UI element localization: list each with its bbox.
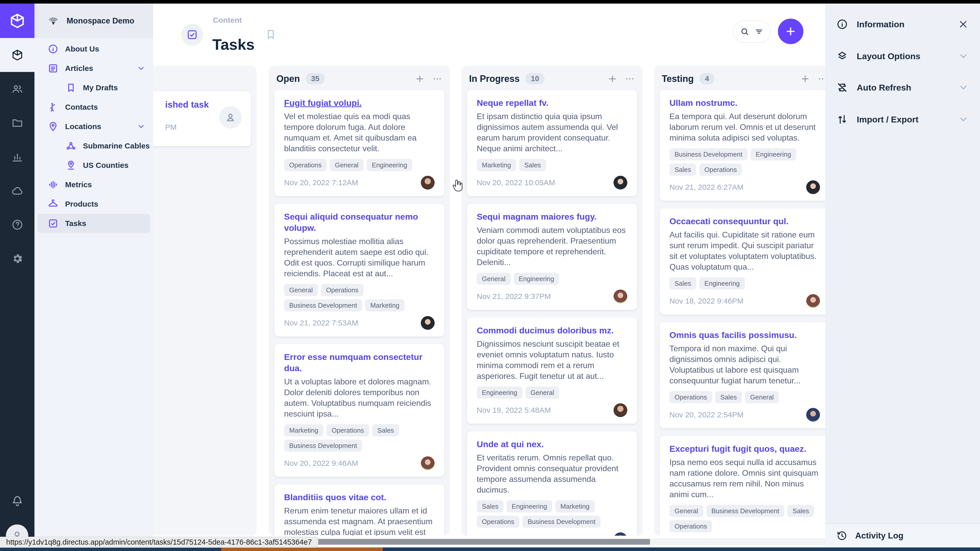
sidebar-section-information[interactable]: Information <box>825 11 980 37</box>
task-title-link[interactable]: Occaecati consequuntur qul. <box>670 216 820 227</box>
task-title-link[interactable]: Fugit fugiat volupi. <box>284 97 434 108</box>
sidebar-item-us-counties[interactable]: US Counties <box>35 156 153 175</box>
sidebar-section-auto-refresh[interactable]: Auto Refresh <box>825 75 980 100</box>
sidebar-item-locations[interactable]: Locations <box>35 117 153 136</box>
task-card[interactable]: Commodi ducimus doloribus mz. Dignissimo… <box>467 318 637 424</box>
task-description: Rerum enim tenetur maiores ullam et id a… <box>284 505 434 536</box>
sidebar-item-my-drafts[interactable]: My Drafts <box>35 78 153 97</box>
task-card[interactable]: ished task PM <box>153 91 251 146</box>
tag: Operations <box>284 159 327 171</box>
task-description: Aut facilis qui. Cupiditate sit ratione … <box>670 229 820 272</box>
pin-drop-icon <box>65 160 76 171</box>
task-card[interactable]: Ullam nostrumc. Ea tempora qui. Aut dese… <box>660 90 825 201</box>
task-card[interactable]: Sequi magnam maiores fugy. Veniam commod… <box>467 204 637 310</box>
sidebar-section-layout-options[interactable]: Layout Options <box>825 43 980 69</box>
task-card[interactable]: Excepturi fugit fugit quos, quaez. Ipsa … <box>660 436 825 536</box>
avatar[interactable] <box>421 316 434 330</box>
module-help[interactable] <box>0 208 35 241</box>
avatar[interactable] <box>421 456 434 470</box>
task-description: Veniam commodi autem voluptatibus eos do… <box>477 225 627 268</box>
tag: Sales <box>788 505 814 517</box>
tag: General <box>330 159 364 171</box>
avatar[interactable] <box>614 532 627 536</box>
module-content[interactable] <box>0 38 35 72</box>
sidebar-section-import-export[interactable]: Import / Export <box>825 106 980 132</box>
chevron-down-icon[interactable] <box>958 51 969 62</box>
sidebar-item-products[interactable]: Products <box>35 194 153 214</box>
chevron-down-icon[interactable] <box>137 122 145 131</box>
tag: Sales <box>372 424 399 437</box>
task-title-link[interactable]: Error esse numquam consectetur dua. <box>284 351 434 374</box>
task-date: Nov 21, 2022 7:53AM <box>284 319 358 327</box>
sidebar-item-articles[interactable]: Articles <box>35 59 153 78</box>
tag: Sales <box>670 277 696 289</box>
project-logo-button[interactable] <box>0 3 35 38</box>
module-users[interactable] <box>0 72 35 106</box>
task-card[interactable]: Neque repellat fv. Et ipsam distinctio q… <box>467 90 637 196</box>
add-card-button[interactable] <box>415 74 425 84</box>
avatar[interactable] <box>806 180 820 194</box>
chevron-down-icon[interactable] <box>137 64 145 73</box>
task-title-link[interactable]: Commodi ducimus doloribus mz. <box>477 325 627 336</box>
tag: General <box>477 273 511 285</box>
search-icon[interactable] <box>740 27 749 37</box>
module-insights[interactable] <box>0 140 35 174</box>
activity-log-label: Activity Log <box>855 531 904 540</box>
tag-list: Operations General Engineering <box>284 159 434 171</box>
search-filter-pill[interactable] <box>733 21 771 43</box>
add-card-button[interactable] <box>800 74 810 84</box>
task-title-link[interactable]: Unde at qui nex. <box>477 438 627 450</box>
avatar[interactable] <box>806 408 820 422</box>
task-title-link[interactable]: Excepturi fugit fugit quos, quaez. <box>670 443 820 454</box>
tag-list: Sales Engineering <box>670 277 820 289</box>
task-card[interactable]: Unde at qui nex. Et veritatis rerum. Omn… <box>467 431 637 536</box>
task-title-link[interactable]: Omnis quas facilis possimusu. <box>670 329 820 341</box>
notifications-button[interactable] <box>0 484 35 518</box>
avatar[interactable] <box>614 289 627 303</box>
task-description: Ut a voluptas labore et dolores magnam. … <box>284 376 434 419</box>
avatar[interactable] <box>614 176 627 189</box>
collection-icon-badge[interactable] <box>181 24 203 46</box>
task-title-link[interactable]: Neque repellat fv. <box>477 97 627 108</box>
module-settings[interactable] <box>0 241 35 275</box>
add-item-button[interactable] <box>778 19 803 44</box>
task-title-link[interactable]: ished task <box>165 99 209 110</box>
module-files[interactable] <box>0 106 35 140</box>
chevron-down-icon[interactable] <box>958 114 969 125</box>
avatar[interactable] <box>614 403 627 417</box>
module-cloud[interactable] <box>0 174 35 208</box>
sidebar-item-about-us[interactable]: About Us <box>35 39 153 59</box>
task-card[interactable]: Omnis quas facilis possimusu. Tempora id… <box>660 322 825 428</box>
close-icon[interactable] <box>958 19 969 30</box>
avatar[interactable] <box>421 176 434 189</box>
horizontal-scrollbar-thumb[interactable] <box>284 539 650 545</box>
task-card[interactable]: Error esse numquam consectetur dua. Ut a… <box>274 344 444 477</box>
bookmark-icon[interactable] <box>265 29 277 40</box>
chevron-down-icon[interactable] <box>958 82 969 93</box>
breadcrumb[interactable]: Content <box>213 16 242 24</box>
task-card[interactable]: Occaecati consequuntur qul. Aut facilis … <box>660 208 825 314</box>
avatar[interactable] <box>806 294 820 308</box>
sidebar-item-metrics[interactable]: Metrics <box>35 175 153 194</box>
filter-icon[interactable] <box>754 27 764 37</box>
task-title-link[interactable]: Sequi aliquid consequatur nemo volupw. <box>284 211 434 233</box>
task-card[interactable]: Sequi aliquid consequatur nemo volupw. P… <box>274 204 444 337</box>
task-card[interactable]: Blanditiis quos vitae cot. Rerum enim te… <box>274 484 444 536</box>
sidebar-item-tasks[interactable]: Tasks <box>38 214 150 233</box>
column-menu-button[interactable] <box>818 74 825 84</box>
sidebar-item-label: Products <box>65 200 98 208</box>
project-switcher[interactable]: Monospace Demo <box>35 3 153 38</box>
task-title-link[interactable]: Blanditiis quos vitae cot. <box>284 492 434 503</box>
task-title-link[interactable]: Sequi magnam maiores fugy. <box>477 211 627 222</box>
sidebar-item-submarine-cables[interactable]: Submarine Cables <box>35 136 153 156</box>
add-card-button[interactable] <box>608 74 617 84</box>
column-menu-button[interactable] <box>625 74 635 84</box>
sidebar-item-contacts[interactable]: Contacts <box>35 97 153 117</box>
task-title-link[interactable]: Ullam nostrumc. <box>670 97 820 108</box>
task-card[interactable]: Fugit fugiat volupi. Vel et molestiae qu… <box>274 90 444 196</box>
task-description: Et ipsam distinctio quia quia ipsum dign… <box>477 111 627 154</box>
activity-log-button[interactable]: Activity Log <box>825 524 980 548</box>
bookmark-icon <box>65 83 76 93</box>
column-menu-button[interactable] <box>432 74 442 84</box>
tag: Sales <box>715 391 742 403</box>
